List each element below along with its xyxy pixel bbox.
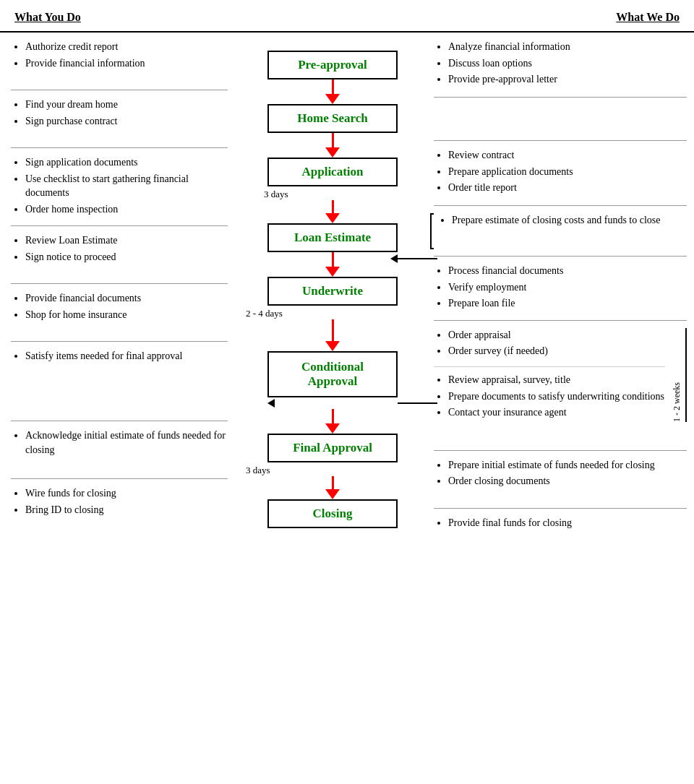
list-item: Sign application documents	[25, 155, 228, 170]
list-item: Review appraisal, survey, title	[448, 373, 665, 387]
right-closing: Provide final funds for closing	[434, 509, 687, 552]
list-item: Sign purchase contract	[25, 114, 228, 129]
right-column: Analyze financial information Discuss lo…	[427, 33, 694, 552]
list-item: Order appraisal	[448, 328, 665, 343]
step-underwrite: Underwrite	[267, 277, 398, 306]
list-item: Review contract	[448, 148, 687, 163]
arrow-line	[332, 79, 334, 94]
left-home-search: Find your dream home Sign purchase contr…	[11, 90, 228, 148]
step-conditional-approval: Conditional Approval	[267, 351, 398, 397]
step-application: Application	[267, 158, 398, 186]
list-item: Contact your insurance agent	[448, 405, 665, 420]
step-closing: Closing	[267, 499, 398, 528]
list-item: Provide final funds for closing	[448, 516, 687, 530]
left-column: Authorize credit report Provide financia…	[0, 33, 239, 552]
step-pre-approval: Pre-approval	[267, 51, 398, 79]
list-item: Order survey (if needed)	[448, 344, 665, 358]
list-item: Prepare documents to satisfy underwritin…	[448, 389, 665, 404]
header-row: What You Do What We Do	[0, 7, 694, 33]
list-item: Order home inspection	[25, 202, 228, 217]
list-item: Analyze financial information	[448, 40, 687, 54]
conditional-label: Conditional	[280, 360, 385, 374]
list-item: Use checklist to start gather­ing financ…	[25, 172, 228, 200]
arrowhead	[325, 94, 340, 104]
list-item: Review Loan Estimate	[25, 233, 228, 248]
list-item: Prepare estimate of closing costs and fu…	[452, 213, 687, 228]
list-item: Bring ID to closing	[25, 503, 228, 517]
list-item: Provide pre-approval letter	[448, 72, 687, 87]
left-application: Sign application documents Use checklist…	[11, 148, 228, 226]
list-item: Shop for home insurance	[25, 308, 228, 322]
right-home-search	[434, 98, 687, 141]
list-item: Discuss loan options	[448, 56, 687, 71]
list-item: Provide financial documents	[25, 291, 228, 306]
list-item: Prepare application documents	[448, 165, 687, 179]
list-item: Order closing documents	[448, 474, 687, 488]
arrow-line	[332, 252, 334, 267]
main-layout: Authorize credit report Provide financia…	[0, 33, 694, 552]
weeks-label: 1 - 2 weeks	[669, 328, 687, 422]
timing-3days-final: 3 days	[242, 462, 270, 476]
arrow-line	[332, 319, 334, 341]
list-item: Sign notice to proceed	[25, 250, 228, 264]
arrowhead	[325, 423, 340, 434]
right-conditional-approval: Order appraisal Order survey (if needed)…	[434, 321, 687, 451]
list-item: Prepare initial estimate of funds needed…	[448, 458, 687, 473]
arrow-line	[332, 409, 334, 423]
approval-label: Approval	[280, 374, 385, 389]
step-home-search: Home Search	[267, 104, 398, 133]
header-left: What You Do	[14, 11, 81, 24]
list-item: Wire funds for closing	[25, 486, 228, 501]
right-loan-estimate: Prepare estimate of closing costs and fu…	[434, 206, 687, 257]
list-item: Prepare loan file	[448, 296, 687, 311]
step-loan-estimate: Loan Estimate	[267, 223, 398, 252]
right-application: Review contract Prepare application docu…	[434, 141, 687, 206]
list-item: Provide financial information	[25, 56, 228, 71]
list-item: Authorize credit report	[25, 40, 228, 54]
list-item: Process financial documents	[448, 264, 687, 278]
left-conditional-approval: Satisfy items needed for final approval	[11, 342, 228, 421]
arrow-line	[332, 476, 334, 489]
header-right: What We Do	[616, 11, 680, 24]
step-final-approval: Final Approval	[267, 434, 398, 462]
main-container: What You Do What We Do Authorize credit …	[0, 0, 694, 784]
left-closing: Wire funds for closing Bring ID to closi…	[11, 479, 228, 537]
list-item: Verify employment	[448, 280, 687, 295]
left-loan-estimate: Review Loan Estimate Sign notice to proc…	[11, 226, 228, 284]
arrow-line	[332, 200, 334, 213]
arrowhead	[325, 341, 340, 351]
center-column: Pre-approval Home Search Application 3 d…	[239, 33, 427, 552]
arrow-line	[332, 133, 334, 147]
left-underwrite: Provide financial documents Shop for hom…	[11, 284, 228, 342]
arrowhead	[325, 147, 340, 158]
list-item: Acknowledge initial estimate of funds ne…	[25, 428, 228, 457]
list-item: Order title report	[448, 181, 687, 195]
arrowhead	[325, 213, 340, 223]
right-final-approval: Prepare initial estimate of funds needed…	[434, 451, 687, 509]
timing-2-4days: 2 - 4 days	[242, 306, 283, 319]
list-item: Find your dream home	[25, 98, 228, 112]
left-final-approval: Acknowledge initial estimate of funds ne…	[11, 421, 228, 479]
right-underwrite: Process financial documents Verify emplo…	[434, 257, 687, 321]
left-pre-approval: Authorize credit report Provide financia…	[11, 33, 228, 90]
arrowhead	[325, 267, 340, 277]
list-item: Satisfy items needed for final approval	[25, 349, 228, 363]
timing-3days-app: 3 days	[242, 186, 288, 200]
right-pre-approval: Analyze financial information Discuss lo…	[434, 33, 687, 98]
arrowhead	[325, 489, 340, 499]
